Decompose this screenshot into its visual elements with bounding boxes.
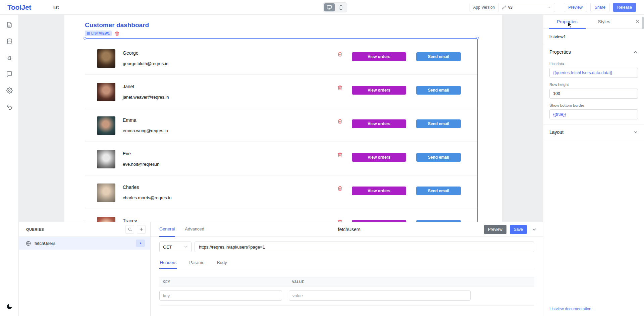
send-email-button[interactable]: Send email bbox=[416, 86, 461, 95]
url-input[interactable] bbox=[195, 242, 534, 252]
delete-row-icon[interactable] bbox=[337, 152, 342, 157]
desktop-icon bbox=[327, 5, 332, 10]
send-email-button[interactable]: Send email bbox=[416, 119, 461, 128]
tab-advanced[interactable]: Advanced bbox=[185, 222, 204, 237]
app-header: ToolJet list App Version v3 bbox=[0, 0, 644, 15]
moon-icon[interactable] bbox=[0, 303, 19, 310]
headers-table: KEY VALUE bbox=[159, 277, 534, 306]
tab-params[interactable]: Params bbox=[189, 256, 205, 269]
chevron-down-icon bbox=[547, 5, 551, 9]
pages-icon[interactable] bbox=[3, 19, 15, 31]
field-label: Row height bbox=[549, 83, 638, 87]
query-panel: QUERIES fetchUsers bbox=[19, 222, 543, 316]
customer-email: emma.wong@reqres.in bbox=[123, 128, 168, 133]
query-preview-button[interactable]: Preview bbox=[484, 225, 506, 234]
view-orders-button[interactable]: View orders bbox=[352, 153, 406, 162]
delete-row-icon[interactable] bbox=[337, 52, 342, 57]
layout-section-header[interactable]: Layout bbox=[543, 124, 644, 140]
delete-widget-icon[interactable] bbox=[115, 31, 119, 36]
list-data-input[interactable]: {{queries.fetchUsers.data.data}} bbox=[549, 68, 638, 78]
chevron-down-icon bbox=[184, 245, 188, 249]
tab-headers[interactable]: Headers bbox=[159, 256, 177, 269]
query-editor-header: General Advanced fetchUsers Preview Save bbox=[151, 222, 543, 237]
resize-handle[interactable] bbox=[84, 37, 86, 40]
settings-icon[interactable] bbox=[3, 85, 15, 97]
query-list-panel: QUERIES fetchUsers bbox=[19, 222, 151, 316]
customer-name: Eve bbox=[123, 151, 131, 156]
queries-title: QUERIES bbox=[26, 227, 44, 231]
header-actions: App Version v3 Preview Share Release bbox=[470, 3, 636, 12]
resize-handle[interactable] bbox=[476, 37, 479, 40]
field-label: Show bottom border bbox=[549, 103, 638, 107]
send-email-button[interactable]: Send email bbox=[416, 187, 461, 195]
plus-icon bbox=[139, 227, 144, 231]
customer-email: eve.holt@reqres.in bbox=[123, 162, 159, 167]
run-query-button[interactable] bbox=[136, 240, 145, 247]
chevron-down-icon bbox=[633, 130, 638, 135]
query-save-button[interactable]: Save bbox=[510, 225, 527, 234]
query-name: fetchUsers bbox=[35, 241, 132, 246]
method-value: GET bbox=[163, 245, 172, 250]
undo-icon[interactable] bbox=[3, 101, 15, 113]
delete-row-icon[interactable] bbox=[337, 186, 342, 191]
inspector-tabs: Properties Styles bbox=[543, 15, 644, 29]
collapse-panel-icon[interactable] bbox=[532, 227, 537, 232]
view-orders-button[interactable]: View orders bbox=[352, 86, 406, 95]
comments-icon[interactable] bbox=[3, 68, 15, 80]
app-version-group: App Version v3 bbox=[470, 3, 555, 12]
customer-email: charles.morris@reqres.in bbox=[123, 195, 171, 200]
request-tabs: Headers Params Body bbox=[159, 256, 534, 269]
debugger-icon[interactable] bbox=[3, 52, 15, 64]
tab-body[interactable]: Body bbox=[216, 256, 228, 269]
release-button[interactable]: Release bbox=[613, 3, 636, 12]
database-icon[interactable] bbox=[3, 35, 15, 47]
delete-row-icon[interactable] bbox=[337, 119, 342, 124]
desktop-toggle-button[interactable] bbox=[324, 3, 335, 11]
listview-widget[interactable]: George george.bluth@reqres.in View order… bbox=[85, 38, 478, 240]
mobile-toggle-button[interactable] bbox=[335, 3, 346, 11]
customer-name: Emma bbox=[123, 117, 136, 123]
method-select[interactable]: GET bbox=[159, 242, 192, 252]
header-value-input[interactable] bbox=[289, 291, 471, 301]
preview-button[interactable]: Preview bbox=[564, 3, 587, 12]
tab-styles[interactable]: Styles bbox=[586, 15, 623, 29]
customer-avatar bbox=[97, 150, 115, 168]
list-item: George george.bluth@reqres.in View order… bbox=[85, 41, 477, 75]
listview-documentation-link[interactable]: Listview documentation bbox=[549, 307, 591, 311]
show-bottom-border-input[interactable]: {{true}} bbox=[549, 109, 638, 119]
list-item: Charles charles.morris@reqres.in View or… bbox=[85, 175, 477, 209]
query-editor-panel: General Advanced fetchUsers Preview Save… bbox=[151, 222, 543, 316]
tab-properties[interactable]: Properties bbox=[549, 15, 586, 29]
search-icon bbox=[128, 227, 132, 231]
query-list-item[interactable]: fetchUsers bbox=[19, 237, 150, 250]
view-orders-button[interactable]: View orders bbox=[352, 187, 406, 195]
customer-name: Charles bbox=[123, 185, 139, 190]
close-icon[interactable] bbox=[635, 19, 640, 24]
widget-toolbar: LISTVIEW1 bbox=[85, 31, 119, 36]
search-query-button[interactable] bbox=[125, 225, 134, 234]
play-icon bbox=[139, 242, 142, 245]
chevron-up-icon bbox=[633, 50, 638, 54]
share-button[interactable]: Share bbox=[590, 3, 610, 12]
version-select[interactable]: v3 bbox=[498, 5, 555, 10]
page-title[interactable]: Customer dashboard bbox=[85, 21, 149, 29]
add-query-button[interactable] bbox=[137, 225, 146, 234]
scrollbar-thumb[interactable] bbox=[642, 17, 644, 29]
send-email-button[interactable]: Send email bbox=[416, 153, 461, 162]
customer-avatar bbox=[97, 116, 115, 135]
tab-general[interactable]: General bbox=[159, 222, 175, 237]
properties-fields: List data {{queries.fetchUsers.data.data… bbox=[543, 62, 644, 124]
list-item: Janet janet.weaver@reqres.in View orders… bbox=[85, 75, 477, 108]
send-email-button[interactable]: Send email bbox=[416, 52, 461, 61]
row-height-input[interactable]: 100 bbox=[549, 89, 638, 99]
properties-section-header[interactable]: Properties bbox=[543, 44, 644, 60]
grid-icon bbox=[87, 32, 90, 35]
delete-row-icon[interactable] bbox=[337, 85, 342, 90]
list-item: Eve eve.holt@reqres.in View orders Send … bbox=[85, 142, 477, 175]
view-orders-button[interactable]: View orders bbox=[352, 52, 406, 61]
customer-name: Janet bbox=[123, 84, 134, 89]
view-orders-button[interactable]: View orders bbox=[352, 119, 406, 128]
query-list-header: QUERIES bbox=[19, 222, 150, 237]
app-name: list bbox=[53, 5, 59, 10]
header-key-input[interactable] bbox=[159, 291, 282, 301]
